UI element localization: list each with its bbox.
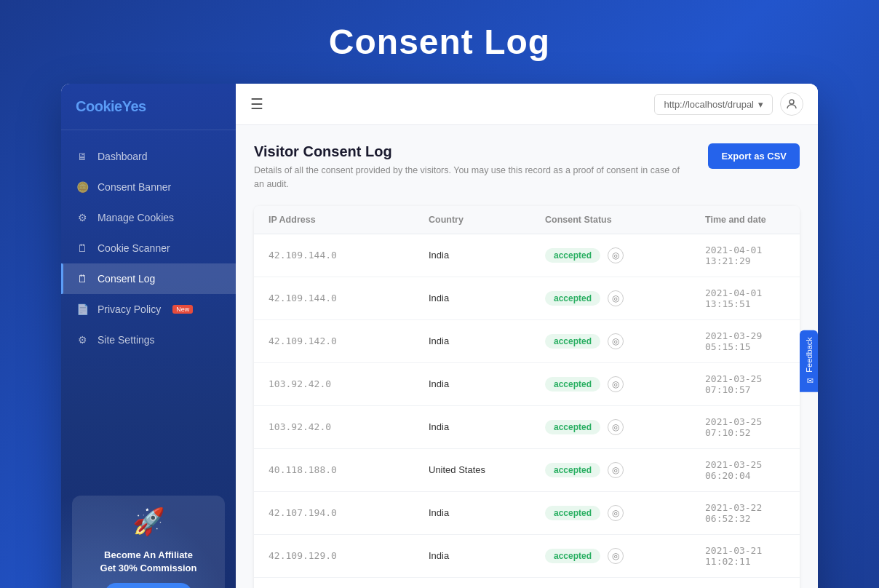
logo: CookieYes [76,98,221,115]
sidebar-item-dashboard[interactable]: 🖥 Dashboard [61,141,236,172]
cell-date: 2021-03-29 05:15:15 [705,330,785,352]
status-badge: accepted [545,291,600,306]
domain-selector[interactable]: http://localhost/drupal ▾ [654,94,773,115]
nav-label-privacy-policy: Privacy Policy [98,303,161,315]
table-body: 42.109.144.0 India accepted ◎ 2021-04-01… [254,234,800,589]
cell-ip: 103.92.42.0 [269,421,429,432]
nav-label-site-settings: Site Settings [98,334,155,346]
content-area: Visitor Consent Log Details of all the c… [236,125,818,588]
cell-date: 2021-04-01 13:15:51 [705,287,785,309]
sidebar-item-privacy-policy[interactable]: 📄 Privacy Policy New [61,294,236,325]
hamburger-icon[interactable]: ☰ [250,95,263,113]
sidebar: CookieYes 🖥 Dashboard 🪙 Consent Banner ⚙… [61,84,236,588]
cell-country: India [429,507,545,518]
top-bar: ☰ http://localhost/drupal ▾ [236,84,818,125]
column-header: Country [429,215,545,225]
consent-log-table: IP AddressCountryConsent StatusTime and … [254,206,800,589]
export-csv-button[interactable]: Export as CSV [708,143,800,169]
sidebar-item-site-settings[interactable]: ⚙ Site Settings [61,325,236,355]
cell-status: accepted ◎ [545,505,705,521]
affiliate-image: 🚀 [130,506,167,543]
table-header: IP AddressCountryConsent StatusTime and … [254,206,800,234]
cell-country: India [429,421,545,432]
table-row: 42.109.144.0 India accepted ◎ 2021-04-01… [254,277,800,320]
info-icon[interactable]: ◎ [608,505,624,521]
column-header: IP Address [269,215,429,225]
info-icon[interactable]: ◎ [608,247,624,263]
table-row: 103.92.42.0 India accepted ◎ 2021-03-25 … [254,406,800,449]
status-badge: accepted [545,248,600,263]
nav-label-manage-cookies: Manage Cookies [98,212,174,223]
cell-country: India [429,550,545,561]
nav-menu: 🖥 Dashboard 🪙 Consent Banner ⚙ Manage Co… [61,130,236,488]
nav-icon-consent-banner: 🪙 [76,180,89,194]
affiliate-emoji: 🚀 [132,506,165,536]
badge-privacy-policy: New [172,305,193,314]
cell-country: United States [429,464,545,475]
status-badge: accepted [545,377,600,392]
cell-status: accepted ◎ [545,247,705,263]
nav-label-consent-banner: Consent Banner [98,181,171,193]
cell-ip: 103.92.42.0 [269,378,429,389]
nav-label-consent-log: Consent Log [98,273,155,285]
table-row: 103.92.42.0 India accepted ◎ 2021-03-25 … [254,363,800,406]
table-row: 223.237.125.0 India rejected ◎ 2021-03-0… [254,578,800,589]
page-header: Visitor Consent Log Details of all the c… [254,143,800,191]
nav-icon-cookie-scanner: 🗒 [76,242,89,255]
domain-url: http://localhost/drupal [664,99,754,110]
nav-icon-dashboard: 🖥 [76,150,89,163]
cell-date: 2021-03-25 06:20:04 [705,459,785,481]
status-badge: accepted [545,334,600,349]
feedback-tab[interactable]: ✉ Feedback [800,330,818,392]
info-icon[interactable]: ◎ [608,462,624,478]
logo-area: CookieYes [61,84,236,130]
info-icon[interactable]: ◎ [608,333,624,349]
affiliate-title: Become An AffiliateGet 30% Commission [83,549,214,575]
table-row: 42.109.144.0 India accepted ◎ 2021-04-01… [254,234,800,277]
join-now-button[interactable]: 🤝 Join Now [105,583,192,589]
status-badge: accepted [545,506,600,520]
svg-point-0 [789,100,794,104]
cell-country: India [429,250,545,261]
page-title: Consent Log [329,22,550,62]
cell-status: accepted ◎ [545,290,705,306]
status-badge: accepted [545,420,600,434]
cell-status: accepted ◎ [545,376,705,392]
cell-date: 2021-03-22 06:52:32 [705,502,785,524]
chevron-down-icon: ▾ [758,99,763,110]
section-description: Details of all the consent provided by t… [254,164,691,191]
sidebar-item-cookie-scanner[interactable]: 🗒 Cookie Scanner [61,233,236,263]
sidebar-item-consent-banner[interactable]: 🪙 Consent Banner [61,172,236,202]
nav-icon-consent-log: 🗒 [76,272,89,285]
info-icon[interactable]: ◎ [608,548,624,564]
feedback-icon: ✉ [804,375,814,384]
info-icon[interactable]: ◎ [608,376,624,392]
nav-label-dashboard: Dashboard [98,151,148,162]
table-row: 42.109.142.0 India accepted ◎ 2021-03-29… [254,320,800,363]
cell-country: India [429,293,545,303]
sidebar-item-consent-log[interactable]: 🗒 Consent Log [61,263,236,294]
cell-date: 2021-03-25 07:10:57 [705,373,785,395]
table-row: 40.118.188.0 United States accepted ◎ 20… [254,449,800,492]
info-icon[interactable]: ◎ [608,419,624,435]
status-badge: accepted [545,549,600,563]
nav-icon-privacy-policy: 📄 [76,303,89,316]
cell-ip: 40.118.188.0 [269,464,429,475]
cell-ip: 42.109.129.0 [269,550,429,561]
sidebar-item-manage-cookies[interactable]: ⚙ Manage Cookies [61,202,236,233]
section-title: Visitor Consent Log [254,143,691,160]
cell-ip: 42.109.142.0 [269,335,429,346]
cell-ip: 42.109.144.0 [269,293,429,303]
cell-date: 2021-03-21 11:02:11 [705,545,785,567]
user-avatar[interactable] [780,92,803,116]
info-icon[interactable]: ◎ [608,290,624,306]
cell-country: India [429,378,545,389]
main-content: ☰ http://localhost/drupal ▾ Visitor Cons [236,84,818,588]
nav-icon-manage-cookies: ⚙ [76,211,89,224]
cell-status: accepted ◎ [545,548,705,564]
column-header: Consent Status [545,215,705,225]
cell-status: accepted ◎ [545,419,705,435]
cell-country: India [429,335,545,346]
affiliate-promo: 🚀 Become An AffiliateGet 30% Commission … [72,496,225,588]
feedback-label: Feedback [805,337,814,372]
